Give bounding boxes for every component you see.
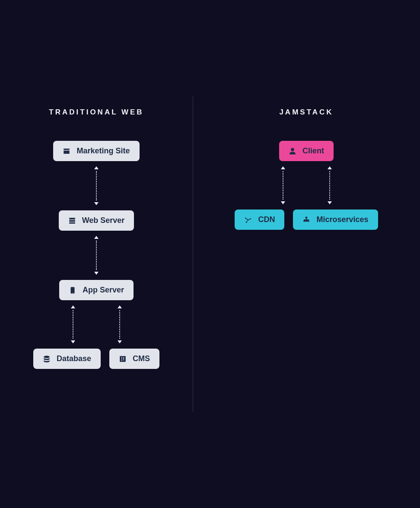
node-label: CMS: [133, 354, 150, 363]
connector: [95, 236, 98, 275]
connector: [95, 166, 98, 205]
bottom-row-left: Database CMS: [33, 349, 159, 369]
connector-pair: [71, 305, 121, 343]
traditional-web-column: Traditional web Marketing Site Web Serve…: [0, 108, 193, 369]
node-label: CDN: [258, 215, 275, 224]
microservices-node: Microservices: [293, 210, 378, 230]
bottom-row-right: CDN Microservices: [235, 210, 378, 230]
node-label: Web Server: [82, 216, 125, 225]
network-icon: [244, 216, 252, 224]
node-label: Client: [302, 146, 324, 156]
connector-pair: [281, 166, 331, 204]
jamstack-heading: Jamstack: [279, 108, 333, 117]
cdn-node: CDN: [235, 210, 284, 230]
traditional-heading: Traditional web: [49, 108, 143, 117]
node-label: Database: [57, 354, 91, 363]
cms-node: CMS: [109, 349, 159, 369]
diagram-canvas: Traditional web Marketing Site Web Serve…: [0, 0, 420, 508]
node-label: App Server: [83, 286, 124, 295]
server-icon: [68, 217, 76, 225]
database-node: Database: [33, 349, 101, 369]
browser-icon: [63, 147, 70, 155]
marketing-site-node: Marketing Site: [53, 141, 139, 161]
sliders-icon: [119, 355, 127, 363]
device-icon: [69, 286, 76, 294]
blocks-icon: [302, 216, 310, 224]
database-icon: [43, 355, 51, 363]
web-server-node: Web Server: [59, 210, 134, 231]
app-server-node: App Server: [59, 280, 134, 300]
user-icon: [289, 147, 296, 155]
node-label: Marketing Site: [76, 146, 130, 156]
node-label: Microservices: [316, 215, 368, 224]
client-node: Client: [279, 141, 334, 161]
jamstack-column: Jamstack Client CDN Microservices: [193, 108, 420, 230]
